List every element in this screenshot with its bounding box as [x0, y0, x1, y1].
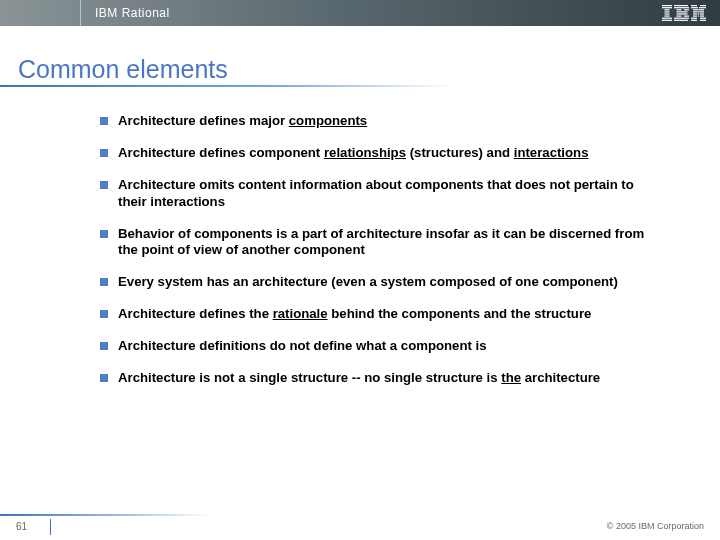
bullet-icon — [100, 117, 108, 125]
bullet-icon — [100, 310, 108, 318]
svg-rect-15 — [684, 16, 689, 17]
svg-rect-24 — [693, 11, 697, 12]
svg-rect-20 — [691, 7, 698, 8]
svg-rect-16 — [674, 18, 689, 19]
svg-rect-30 — [693, 16, 697, 17]
bullet-icon — [100, 230, 108, 238]
svg-rect-25 — [697, 11, 699, 12]
svg-rect-2 — [665, 9, 670, 10]
banner-divider — [80, 0, 81, 26]
svg-rect-10 — [677, 9, 682, 10]
svg-rect-17 — [674, 20, 688, 21]
svg-rect-19 — [700, 5, 706, 6]
banner: IBM Rational — [0, 0, 720, 26]
svg-rect-32 — [700, 16, 704, 17]
svg-rect-29 — [700, 13, 704, 14]
svg-rect-36 — [700, 20, 706, 21]
bullet-icon — [100, 374, 108, 382]
svg-rect-8 — [674, 5, 688, 6]
svg-rect-22 — [693, 9, 699, 10]
list-item: Behavior of components is a part of arch… — [100, 226, 655, 260]
svg-rect-23 — [699, 9, 705, 10]
footer: 61 © 2005 IBM Corporation — [0, 514, 720, 540]
product-name: IBM Rational — [0, 6, 170, 20]
svg-rect-9 — [674, 7, 689, 8]
footer-divider — [50, 519, 51, 535]
svg-rect-0 — [662, 5, 672, 6]
accent-rule-top — [0, 85, 455, 87]
list-item: Architecture definitions do not define w… — [100, 338, 655, 355]
svg-rect-4 — [665, 13, 670, 14]
svg-rect-5 — [665, 16, 670, 17]
svg-rect-14 — [677, 16, 682, 17]
svg-rect-33 — [691, 18, 697, 19]
svg-rect-27 — [693, 13, 697, 14]
svg-rect-28 — [698, 13, 700, 14]
list-item: Every system has an architecture (even a… — [100, 274, 655, 291]
svg-rect-7 — [662, 20, 672, 21]
svg-rect-11 — [684, 9, 689, 10]
list-item: Architecture omits content information a… — [100, 177, 655, 211]
svg-rect-34 — [700, 18, 706, 19]
svg-rect-3 — [665, 11, 670, 12]
bullet-icon — [100, 149, 108, 157]
svg-rect-1 — [662, 7, 672, 8]
svg-rect-18 — [691, 5, 697, 6]
list-item: Architecture defines component relations… — [100, 145, 655, 162]
accent-rule-bottom — [0, 514, 210, 516]
page-number: 61 — [16, 521, 27, 532]
bullet-list: Architecture defines major components Ar… — [100, 113, 655, 402]
list-item: Architecture is not a single structure -… — [100, 370, 655, 387]
svg-rect-12 — [677, 11, 688, 12]
slide-title: Common elements — [18, 55, 228, 84]
ibm-logo-icon — [662, 5, 706, 21]
bullet-icon — [100, 181, 108, 189]
svg-rect-21 — [699, 7, 706, 8]
svg-rect-6 — [662, 18, 672, 19]
list-item: Architecture defines major components — [100, 113, 655, 130]
svg-rect-26 — [700, 11, 704, 12]
svg-rect-31 — [698, 16, 699, 17]
list-item: Architecture defines the rationale behin… — [100, 306, 655, 323]
svg-rect-35 — [691, 20, 697, 21]
svg-rect-13 — [677, 13, 688, 14]
bullet-icon — [100, 342, 108, 350]
bullet-icon — [100, 278, 108, 286]
copyright: © 2005 IBM Corporation — [607, 521, 704, 531]
